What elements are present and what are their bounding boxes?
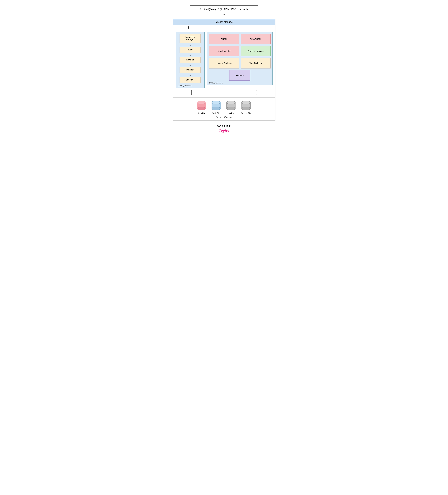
bottom-arrows-row bbox=[173, 90, 275, 95]
svg-marker-9 bbox=[190, 55, 191, 56]
svg-point-25 bbox=[197, 101, 206, 104]
svg-marker-19 bbox=[256, 94, 257, 95]
data-file-label: Data File bbox=[197, 112, 205, 114]
svg-point-28 bbox=[212, 107, 221, 110]
svg-point-22 bbox=[197, 107, 206, 110]
parser-box: Parser bbox=[180, 47, 201, 53]
logging-collector-label: Logging Collector bbox=[216, 62, 232, 64]
svg-point-40 bbox=[242, 107, 251, 110]
svg-point-34 bbox=[226, 107, 235, 110]
storage-manager-box: Data File WAL File bbox=[173, 97, 275, 121]
arrow-qp-to-storage bbox=[190, 90, 193, 95]
logging-collector-box: Logging Collector bbox=[209, 58, 239, 69]
utility-processor-label: Utility processor bbox=[209, 82, 223, 84]
utility-processor-panel: Writer WAL Writer Check-pointer Archiver… bbox=[207, 32, 273, 85]
svg-marker-16 bbox=[191, 94, 192, 95]
connection-manager-label: Connection Manager bbox=[181, 36, 199, 41]
wal-file-cylinder bbox=[211, 100, 221, 111]
parser-label: Parser bbox=[187, 49, 193, 51]
arrow-frontend-to-pm bbox=[223, 13, 225, 19]
diagram-container: Frontend(PostgreSQL, APIs, JDBC, cmd too… bbox=[173, 5, 275, 133]
vacuum-label: Vacuum bbox=[236, 74, 244, 77]
svg-marker-5 bbox=[188, 28, 189, 29]
query-processor-panel: Connection Manager Parser Re bbox=[176, 32, 205, 88]
arrow-rewriter-to-planner bbox=[189, 64, 191, 66]
svg-marker-13 bbox=[190, 75, 191, 76]
rewriter-label: Rewriter bbox=[186, 59, 194, 61]
checkpointer-box: Check-pointer bbox=[209, 46, 239, 56]
stats-collector-label: Stats Collector bbox=[249, 62, 262, 64]
utility-grid: Writer WAL Writer Check-pointer Archiver… bbox=[209, 34, 271, 81]
svg-point-37 bbox=[226, 101, 235, 104]
archive-file-label: Archive File bbox=[241, 112, 251, 114]
storage-items: Data File WAL File bbox=[197, 100, 251, 114]
wal-file-label: WAL File bbox=[212, 112, 220, 114]
pm-down-arrow bbox=[173, 26, 275, 29]
frontend-box: Frontend(PostgreSQL, APIs, JDBC, cmd too… bbox=[190, 5, 258, 13]
archive-file-cylinder bbox=[241, 100, 251, 111]
archive-file-item: Archive File bbox=[241, 100, 251, 114]
inner-content: Connection Manager Parser Re bbox=[173, 30, 275, 90]
storage-manager-label: Storage Manager bbox=[216, 116, 232, 118]
svg-marker-14 bbox=[191, 90, 192, 91]
planner-label: Planner bbox=[186, 69, 194, 71]
svg-marker-7 bbox=[190, 45, 191, 46]
data-file-item: Data File bbox=[197, 100, 206, 114]
data-file-cylinder bbox=[197, 100, 206, 111]
outer-main-box: Process Manager Connection Manager bbox=[173, 19, 275, 97]
svg-point-43 bbox=[242, 101, 251, 104]
double-arrow-svg bbox=[223, 13, 225, 19]
writer-box: Writer bbox=[209, 34, 239, 44]
vacuum-row: Vacuum bbox=[209, 70, 271, 81]
log-file-item: Log File bbox=[226, 100, 236, 114]
vacuum-box: Vacuum bbox=[229, 70, 251, 81]
executor-box: Executor bbox=[180, 77, 201, 83]
checkpointer-label: Check-pointer bbox=[217, 50, 231, 52]
executor-label: Executor bbox=[186, 79, 194, 81]
svg-point-31 bbox=[212, 101, 221, 104]
archiver-process-box: Archiver Process bbox=[241, 46, 271, 56]
log-file-label: Log File bbox=[227, 112, 235, 114]
svg-marker-2 bbox=[224, 18, 224, 19]
wal-file-item: WAL File bbox=[211, 100, 221, 114]
svg-marker-0 bbox=[224, 13, 224, 15]
process-manager-bar: Process Manager bbox=[173, 19, 275, 25]
scaler-logo: SCALER Topics bbox=[217, 125, 231, 133]
svg-marker-11 bbox=[190, 65, 191, 66]
arrow-planner-to-executor bbox=[189, 74, 191, 76]
rewriter-box: Rewriter bbox=[180, 57, 201, 63]
wal-writer-box: WAL Writer bbox=[241, 34, 271, 44]
log-file-cylinder bbox=[226, 100, 236, 111]
process-manager-label: Process Manager bbox=[215, 21, 233, 23]
connection-manager-box: Connection Manager bbox=[180, 34, 201, 43]
scaler-brand-text: SCALER bbox=[217, 125, 231, 128]
planner-box: Planner bbox=[180, 67, 201, 73]
archiver-process-label: Archiver Process bbox=[248, 50, 264, 52]
writer-label: Writer bbox=[221, 38, 227, 40]
svg-marker-3 bbox=[188, 26, 189, 27]
query-processor-label: Query processor bbox=[178, 84, 192, 87]
scaler-topics-text: Topics bbox=[217, 128, 231, 133]
arrow-cm-to-parser bbox=[189, 44, 191, 46]
frontend-label: Frontend(PostgreSQL, APIs, JDBC, cmd too… bbox=[199, 8, 249, 11]
arrow-up-to-storage bbox=[255, 90, 258, 95]
svg-marker-17 bbox=[256, 90, 257, 91]
wal-writer-label: WAL Writer bbox=[250, 38, 261, 40]
stats-collector-box: Stats Collector bbox=[241, 58, 271, 69]
arrow-parser-to-rewriter bbox=[189, 54, 191, 56]
